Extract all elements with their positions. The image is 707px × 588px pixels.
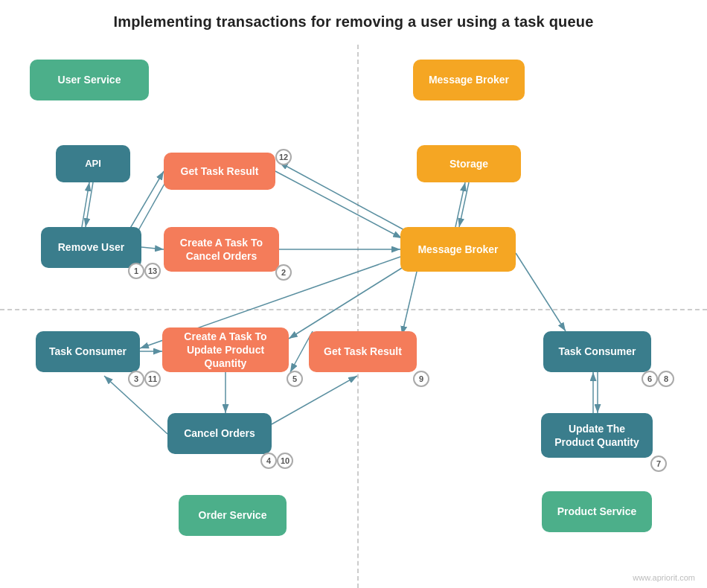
badge-1: 1 — [128, 263, 144, 279]
get-task-result-top-box: Get Task Result — [164, 153, 275, 190]
task-consumer-left-box: Task Consumer — [36, 331, 140, 372]
svg-line-12 — [289, 268, 402, 339]
watermark: www.apriorit.com — [633, 573, 695, 582]
api-box: API — [56, 145, 130, 182]
order-service-box: Order Service — [179, 495, 287, 536]
badge-13: 13 — [144, 263, 161, 279]
user-service-box: User Service — [30, 60, 149, 100]
message-broker-top-box: Message Broker — [413, 60, 525, 100]
badge-8: 8 — [658, 371, 674, 387]
svg-line-3 — [141, 247, 164, 249]
badge-9: 9 — [413, 371, 429, 387]
message-broker-mid-box: Message Broker — [400, 227, 516, 272]
product-service-box: Product Service — [542, 491, 652, 532]
badge-5: 5 — [287, 371, 303, 387]
get-task-result-bot-box: Get Task Result — [309, 331, 417, 372]
task-consumer-right-box: Task Consumer — [543, 331, 651, 372]
cancel-orders-box: Cancel Orders — [167, 413, 272, 454]
svg-line-18 — [272, 376, 357, 424]
badge-12: 12 — [275, 149, 292, 165]
badge-2: 2 — [275, 264, 292, 281]
badge-7: 7 — [650, 456, 667, 472]
svg-line-7 — [275, 171, 402, 238]
page-title: Implementing transactions for removing a… — [0, 0, 707, 31]
divider-horizontal — [0, 309, 707, 310]
svg-line-8 — [279, 162, 406, 231]
svg-line-1 — [86, 182, 93, 227]
diagram-container: Implementing transactions for removing a… — [0, 0, 707, 588]
badge-4: 4 — [260, 453, 277, 469]
svg-line-10 — [455, 182, 465, 227]
update-product-box: Update The Product Quantity — [541, 413, 653, 458]
create-task-update-box: Create A Task To Update Product Quantity — [162, 327, 289, 372]
badge-3: 3 — [128, 371, 144, 387]
badge-6: 6 — [642, 371, 658, 387]
storage-box: Storage — [417, 145, 521, 182]
svg-line-9 — [459, 182, 469, 227]
badge-10: 10 — [277, 453, 293, 469]
svg-line-14 — [516, 253, 566, 331]
remove-user-box: Remove User — [41, 227, 141, 268]
svg-line-13 — [402, 272, 417, 335]
create-task-cancel-box: Create A Task To Cancel Orders — [164, 227, 279, 272]
divider-vertical — [357, 45, 359, 588]
badge-11: 11 — [144, 371, 161, 387]
svg-line-2 — [82, 182, 89, 227]
svg-line-4 — [127, 171, 164, 234]
